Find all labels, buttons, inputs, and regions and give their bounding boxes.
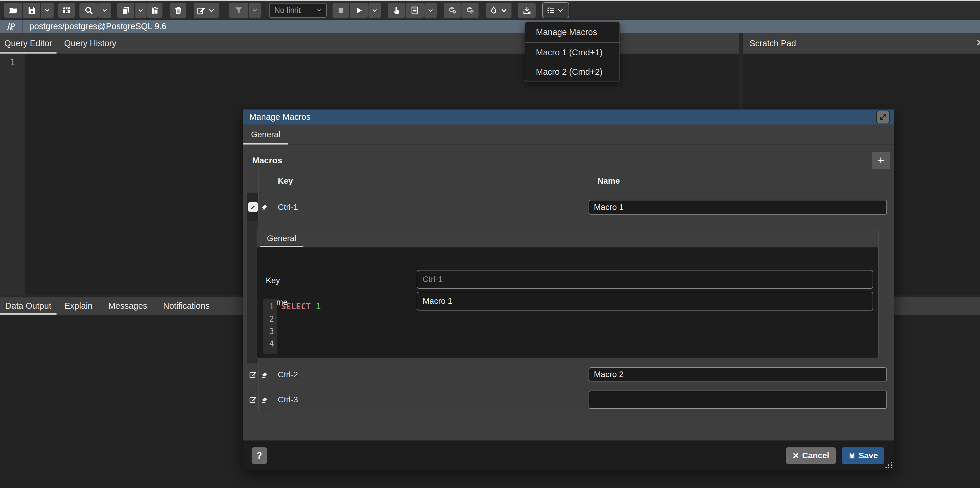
collapse-row-button[interactable] [247, 193, 258, 221]
help-button[interactable]: ? [251, 447, 267, 464]
expand-row-button[interactable] [247, 363, 258, 386]
tab-messages-label: Messages [108, 301, 147, 310]
clear-row-button[interactable] [258, 363, 271, 386]
expand-row-button[interactable] [247, 386, 258, 413]
view-data-button[interactable] [406, 3, 424, 18]
dialog-tab-general[interactable]: General [243, 124, 288, 145]
sql-line-number: 4 [263, 338, 277, 350]
view-data-options-button[interactable] [424, 3, 437, 18]
macro-key-ctrl-3: Ctrl-3 [278, 386, 298, 413]
menu-item-manage-macros[interactable]: Manage Macros [525, 22, 619, 42]
menu-item-macro-2[interactable]: Macro 2 (Cmd+2) [525, 62, 619, 81]
table-download-icon [62, 6, 71, 15]
tab-query-history[interactable]: Query History [57, 33, 124, 54]
subform-tab-general-label: General [267, 234, 296, 243]
macro-name-input-3[interactable] [589, 391, 887, 409]
sql-line-number: 3 [263, 325, 277, 338]
tab-data-output[interactable]: Data Output [0, 297, 57, 315]
tab-notifications[interactable]: Notifications [155, 297, 218, 315]
save-button[interactable]: Save [842, 447, 885, 464]
cancel-button-label: Cancel [802, 451, 829, 460]
tab-explain[interactable]: Explain [57, 297, 100, 315]
commit-button[interactable] [444, 3, 461, 18]
query-tool-icon [6, 21, 16, 32]
macros-panel-title: Macros [252, 152, 282, 169]
query-toolbar: No limit [0, 1, 980, 20]
save-file-button[interactable] [23, 3, 40, 18]
tab-query-editor[interactable]: Query Editor [0, 33, 57, 54]
edit-options-button[interactable] [194, 3, 219, 18]
edit-pencil-icon [248, 202, 258, 212]
clear-row-button[interactable] [258, 386, 271, 413]
copy-options-button[interactable] [135, 3, 146, 18]
download-results-button[interactable] [518, 3, 536, 18]
dialog-title: Manage Macros [249, 110, 310, 124]
tab-query-editor-label: Query Editor [5, 38, 52, 48]
edit-pencil-icon [197, 6, 206, 15]
list-view-icon [410, 6, 419, 15]
play-icon [354, 6, 363, 15]
floppy-icon [848, 452, 856, 459]
sql-code-line: SELECT 1 [281, 300, 321, 313]
droplet-icon [489, 6, 498, 15]
clear-row-button[interactable] [258, 193, 271, 221]
row-limit-select[interactable]: No limit [269, 3, 327, 17]
scratch-pad-title: Scratch Pad [749, 33, 796, 54]
macro-row-ctrl-2[interactable]: Ctrl-2 [247, 363, 890, 386]
paste-button[interactable] [147, 3, 162, 18]
chevron-down-icon [371, 6, 379, 14]
delete-button[interactable] [170, 3, 186, 18]
sql-line-number: 1 [263, 300, 277, 313]
execute-button[interactable] [350, 3, 368, 18]
close-icon[interactable]: ✕ [976, 37, 980, 49]
sql-line-number: 2 [263, 313, 277, 325]
macros-menu-button[interactable] [542, 2, 569, 18]
filter-options-button[interactable] [249, 3, 261, 18]
rollback-button[interactable] [461, 3, 479, 18]
copy-icon [121, 6, 130, 15]
resize-grip[interactable] [891, 467, 892, 468]
menu-item-macro-1[interactable]: Macro 1 (Cmd+1) [525, 43, 619, 62]
dialog-titlebar[interactable]: Manage Macros [243, 110, 894, 124]
copy-button[interactable] [117, 3, 134, 18]
macros-panel-header: Macros [247, 152, 890, 169]
chevron-down-icon [427, 6, 434, 14]
search-icon [84, 6, 93, 15]
save-options-button[interactable] [41, 3, 54, 18]
stop-square-icon [336, 6, 345, 15]
macro-row-ctrl-1[interactable]: Ctrl-1 [247, 193, 890, 221]
cancel-button[interactable]: ✕ Cancel [786, 447, 835, 464]
maximize-button[interactable] [876, 111, 890, 123]
macro-name-input-2[interactable] [589, 367, 887, 381]
stop-button[interactable] [332, 3, 349, 18]
sql-number: 1 [316, 302, 321, 312]
chevron-down-icon [556, 6, 565, 15]
close-x-icon: ✕ [792, 451, 799, 461]
find-options-button[interactable] [98, 3, 111, 18]
macro-name-input-1[interactable] [589, 200, 887, 215]
clear-query-button[interactable] [486, 3, 511, 18]
execute-options-button[interactable] [369, 3, 381, 18]
chevron-down-icon [500, 6, 509, 15]
macro-row-ctrl-3[interactable]: Ctrl-3 [247, 386, 890, 413]
query-tool-icon-cell [0, 20, 23, 33]
macro-key-ctrl-1: Ctrl-1 [278, 193, 298, 221]
tab-messages[interactable]: Messages [100, 297, 155, 315]
filter-button[interactable] [229, 3, 248, 18]
macros-dropdown-menu: Manage Macros Macro 1 (Cmd+1) Macro 2 (C… [525, 22, 620, 82]
edit-pencil-icon [249, 370, 257, 379]
macro-checklist-icon [547, 6, 555, 15]
execute-from-cursor-button[interactable] [388, 3, 405, 18]
open-file-button[interactable] [4, 3, 22, 18]
subform-tab-general[interactable]: General [260, 229, 304, 247]
save-data-changes-button[interactable] [58, 3, 75, 18]
find-button[interactable] [80, 3, 98, 18]
key-field-input[interactable] [417, 270, 873, 289]
macro-key-ctrl-2: Ctrl-2 [278, 363, 298, 386]
paste-icon [150, 6, 159, 15]
active-tab-underline [243, 143, 288, 145]
macro-sql-editor[interactable]: 1 2 3 4 SELECT 1 [263, 299, 872, 354]
macros-grid-header: Key Name [247, 169, 890, 193]
add-macro-button[interactable] [872, 152, 890, 168]
open-folder-icon [9, 6, 18, 15]
